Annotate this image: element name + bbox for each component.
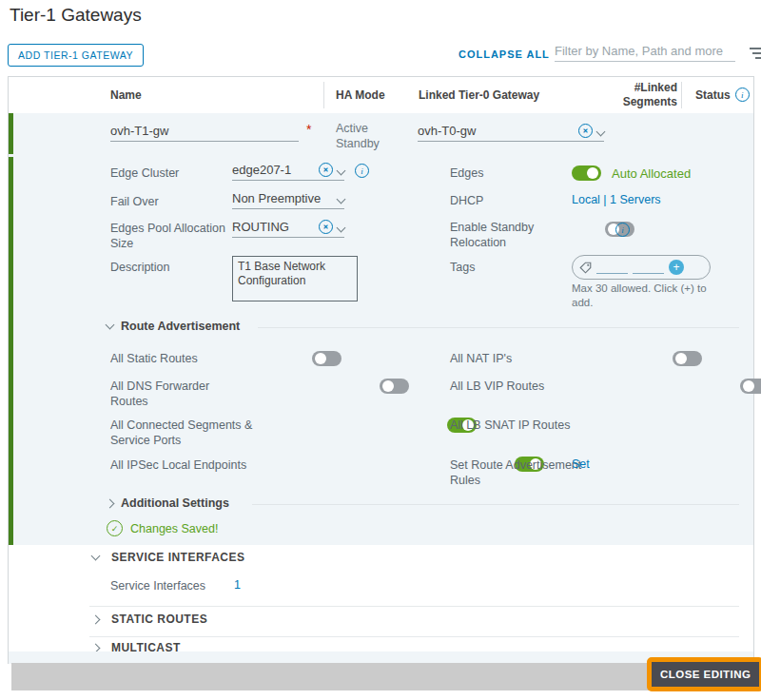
dhcp-link[interactable]: Local | 1 Servers [572,193,661,206]
linked-t0-select[interactable]: ovh-T0-gw ✕ [418,124,604,142]
tags-help-text: Max 30 allowed. Click (+) to add. [572,282,714,310]
filter-icon[interactable] [747,48,761,62]
tag-icon [579,262,592,274]
chevron-down-icon[interactable] [337,166,346,176]
divider [258,327,739,328]
standby-relocation-info-icon[interactable]: i [615,223,630,237]
edges-pool-select[interactable]: ROUTING ✕ [232,220,344,238]
chevron-down-icon [91,552,101,561]
add-tag-icon[interactable]: + [669,260,684,275]
clear-selection-icon[interactable]: ✕ [319,163,333,177]
edge-cluster-select[interactable]: edge207-1 ✕ [232,163,344,181]
column-header-status[interactable]: Status i [695,88,750,102]
ra-right-label-2: All LB SNAT IP Routes [450,418,602,433]
add-tier1-gateway-button[interactable]: ADD TIER-1 GATEWAY [8,44,144,67]
tags-label: Tags [450,260,475,275]
check-circle-icon: ✓ [107,520,123,536]
edge-cluster-label: Edge Cluster [110,165,179,181]
ha-mode-value: Active Standby [336,121,397,151]
fail-over-value: Non Preemptive [232,191,333,205]
column-divider [681,82,682,108]
close-editing-highlight: CLOSE EDITING [647,657,761,691]
service-interfaces-field-label: Service Interfaces [110,578,205,593]
chevron-down-icon [106,321,115,330]
column-header-name[interactable]: Name [110,88,142,102]
all-static-routes-toggle[interactable] [312,351,341,366]
ra-left-label-0: All Static Routes [110,351,244,366]
close-editing-button[interactable]: CLOSE EDITING [652,662,759,687]
edge-cluster-info-icon[interactable]: i [355,164,369,178]
all-dns-forwarder-routes-toggle[interactable] [380,379,409,394]
dhcp-label: DHCP [450,193,483,208]
edges-pool-value: ROUTING [232,220,314,234]
edges-pool-label: Edges Pool Allocation Size [110,221,226,251]
divider [89,636,739,637]
chevron-down-icon[interactable] [337,224,346,233]
required-asterisk: * [306,122,311,137]
gateway-edit-form: Edge Cluster edge207-1 ✕ i Fail Over Non… [9,158,753,545]
divider [252,504,739,505]
description-label: Description [110,260,170,275]
description-textarea[interactable]: T1 Base Network Configuration [232,256,358,301]
set-route-adv-rules-link[interactable]: Set [572,457,590,471]
chevron-right-icon [91,614,101,624]
service-interfaces-count-link[interactable]: 1 [234,578,241,592]
table-header-row: Name HA Mode Linked Tier-0 Gateway #Link… [9,77,753,114]
filter-input[interactable] [555,42,735,62]
column-header-linked-segments[interactable]: #Linked Segments [603,81,677,109]
chevron-right-icon [106,498,115,508]
tier1-gateways-page: Tier-1 Gateways ADD TIER-1 GATEWAY COLLA… [0,0,761,700]
clear-selection-icon[interactable]: ✕ [319,220,333,234]
status-header-label: Status [695,88,731,102]
static-routes-title: STATIC ROUTES [111,612,207,626]
route-advertisement-header[interactable]: Route Advertisement [107,320,240,333]
tag-value-field[interactable] [633,262,664,274]
editing-indicator-bar [9,157,13,545]
clear-selection-icon[interactable]: ✕ [578,124,593,138]
all-nat-ips-toggle[interactable] [673,351,702,366]
chevron-down-icon[interactable] [337,195,346,204]
ra-right-label-0: All NAT IP's [450,351,593,366]
changes-saved-message: ✓ Changes Saved! [107,520,218,536]
fail-over-select[interactable]: Non Preemptive [232,191,344,209]
status-info-icon[interactable]: i [735,88,750,102]
edge-cluster-value: edge207-1 [232,163,314,177]
tags-input[interactable]: + [572,255,711,280]
ra-left-label-3: All IPSec Local Endpoints [110,457,263,473]
section-service-interfaces[interactable]: SERVICE INTERFACES [92,551,244,564]
divider [89,606,739,607]
collapse-all-button[interactable]: COLLAPSE ALL [459,49,550,60]
all-lb-vip-routes-toggle[interactable] [740,379,761,394]
gateway-row: * Active Standby ovh-T0-gw ✕ [9,113,753,158]
standby-relocation-label: Enable Standby Relocation [450,220,556,250]
edges-label: Edges [450,165,483,181]
column-divider [323,82,324,108]
changes-saved-text: Changes Saved! [130,522,218,535]
service-interfaces-title: SERVICE INTERFACES [111,551,244,564]
edges-auto-allocated[interactable]: Auto Allocated [612,166,691,181]
additional-settings-title: Additional Settings [121,496,229,510]
column-header-linked-t0[interactable]: Linked Tier-0 Gateway [419,88,539,102]
editing-indicator-bar [9,113,13,154]
ra-left-label-2: All Connected Segments & Service Ports [110,418,253,448]
ra-right-label-1: All LB VIP Routes [450,379,593,394]
chevron-down-icon[interactable] [596,127,606,137]
edges-toggle[interactable] [572,165,601,181]
page-title: Tier-1 Gateways [10,5,142,26]
route-advertisement-title: Route Advertisement [121,320,240,333]
section-static-routes[interactable]: STATIC ROUTES [92,612,207,626]
ra-left-label-1: All DNS Forwarder Routes [110,379,234,409]
gateways-table: Name HA Mode Linked Tier-0 Gateway #Link… [8,76,754,664]
additional-settings-header[interactable]: Additional Settings [107,496,229,510]
fail-over-label: Fail Over [110,194,159,209]
column-header-ha-mode[interactable]: HA Mode [336,88,385,102]
linked-t0-value: ovh-T0-gw [418,124,574,138]
tag-key-field[interactable] [596,262,628,274]
gateway-name-input[interactable] [110,124,299,142]
